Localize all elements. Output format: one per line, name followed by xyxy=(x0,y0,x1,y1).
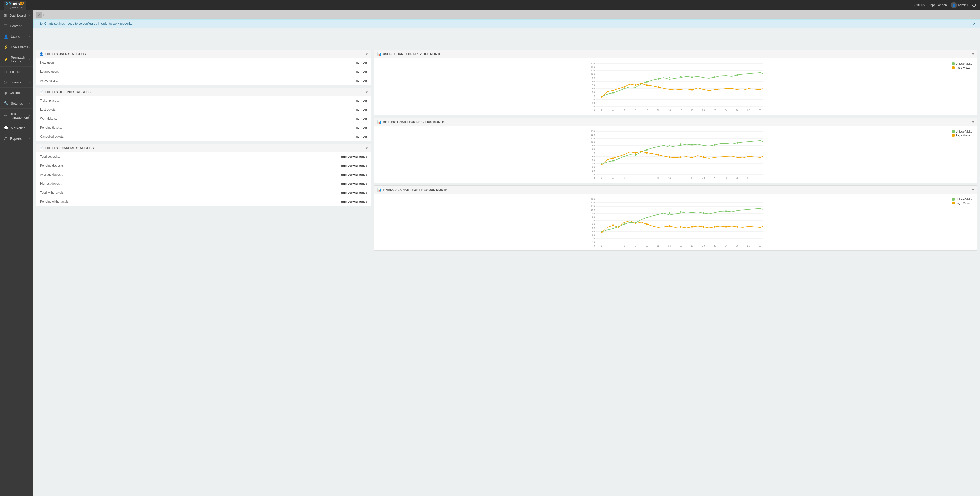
svg-text:50: 50 xyxy=(592,91,595,94)
settings-icon: 🔧 xyxy=(4,101,8,105)
legend-label-unique-visits: Unique Visits xyxy=(956,62,972,65)
financial-chart-title: FINANCIAL CHART FOR PREVIOUS MONTH xyxy=(383,188,447,192)
table-row: Pending deposits: number+currency xyxy=(36,161,371,170)
sidebar-item-risk-management[interactable]: ✏ Risk management › xyxy=(0,109,33,123)
svg-text:90: 90 xyxy=(592,76,595,79)
svg-point-128 xyxy=(759,140,761,141)
sidebar-item-reports[interactable]: 🏷 Reports › xyxy=(0,133,33,144)
svg-text:0: 0 xyxy=(593,245,595,247)
svg-text:0: 0 xyxy=(593,109,595,111)
svg-text:80: 80 xyxy=(592,216,595,218)
svg-point-47 xyxy=(657,78,659,79)
panel-collapse-icon[interactable]: ∨ xyxy=(366,91,368,94)
chart-collapse-icon[interactable]: ∨ xyxy=(972,188,974,192)
sidebar-item-tickets[interactable]: ◻ Tickets › xyxy=(0,67,33,77)
sidebar-label-content: Content xyxy=(10,24,22,28)
svg-point-64 xyxy=(680,89,682,90)
live-events-icon: ⚡ xyxy=(4,45,8,49)
svg-text:14: 14 xyxy=(668,109,671,111)
stat-value-logged-users: number xyxy=(356,70,367,73)
svg-text:26: 26 xyxy=(736,245,738,247)
financial-chart-header: 📊 FINANCIAL CHART FOR PREVIOUS MONTH ∨ xyxy=(374,186,977,194)
header-time: 08:31:05 Europe/London xyxy=(913,3,947,7)
home-button[interactable]: ⌂ xyxy=(36,12,42,18)
sidebar-label-marketing: Marketing xyxy=(11,126,25,130)
sidebar-item-prematch-events[interactable]: ⚡ Prematch Events › xyxy=(0,52,33,67)
svg-point-66 xyxy=(703,89,704,90)
svg-text:6: 6 xyxy=(624,177,625,179)
chart-collapse-icon[interactable]: ∨ xyxy=(972,52,974,56)
svg-point-59 xyxy=(624,86,625,87)
betting-chart-panel: 📊 BETTING CHART FOR PREVIOUS MONTH ∨ xyxy=(374,118,977,183)
avatar: 👤 xyxy=(951,2,957,8)
svg-point-121 xyxy=(680,143,682,145)
svg-point-70 xyxy=(748,88,749,89)
svg-point-115 xyxy=(612,160,614,162)
panel-collapse-icon[interactable]: ∨ xyxy=(366,52,368,56)
stat-value-won-tickets: number xyxy=(356,117,367,121)
marketing-icon: 💬 xyxy=(4,126,8,130)
svg-text:22: 22 xyxy=(713,245,716,247)
svg-point-134 xyxy=(657,154,659,156)
svg-point-120 xyxy=(669,145,670,146)
svg-text:120: 120 xyxy=(591,134,595,136)
legend-item-page-views: Page Views xyxy=(952,66,972,69)
sidebar-item-settings[interactable]: 🔧 Settings › xyxy=(0,98,33,109)
svg-point-45 xyxy=(635,87,636,88)
financial-chart-area: 130 120 110 100 90 80 70 60 50 40 30 20 … xyxy=(374,194,977,250)
sidebar-item-marketing[interactable]: 💬 Marketing › xyxy=(0,123,33,133)
sidebar-item-live-events[interactable]: ⚡ Live Events › xyxy=(0,42,33,52)
sidebar-item-finance[interactable]: ◎ Finance › xyxy=(0,77,33,87)
svg-point-43 xyxy=(612,92,614,94)
legend-label-unique-visits: Unique Visits xyxy=(956,130,972,133)
chart-collapse-icon[interactable]: ∨ xyxy=(972,120,974,124)
panel-collapse-icon[interactable]: ∨ xyxy=(366,146,368,150)
info-banner-close-button[interactable]: ✕ xyxy=(973,22,976,26)
top-header: XYbets88 Crypto Casino 08:31:05 Europe/L… xyxy=(0,0,980,10)
svg-point-130 xyxy=(612,157,614,159)
stat-label-new-users: New users: xyxy=(40,61,56,64)
betting-statistics-title: TODAY's BETTING STATISTICS xyxy=(45,91,91,94)
chevron-right-icon: › xyxy=(29,114,30,117)
svg-text:70: 70 xyxy=(592,84,595,86)
stat-value-pending-deposits: number+currency xyxy=(341,164,367,167)
sidebar-label-dashboard: Dashboard xyxy=(10,14,26,17)
sidebar-item-content[interactable]: ☰ Content › xyxy=(0,21,33,31)
svg-point-131 xyxy=(624,154,625,156)
svg-text:14: 14 xyxy=(668,177,671,179)
svg-point-190 xyxy=(646,217,648,218)
betting-chart-title: BETTING CHART FOR PREVIOUS MONTH xyxy=(383,120,444,124)
stat-value-new-users: number xyxy=(356,61,367,64)
table-row: Lost tickets: number xyxy=(36,105,371,114)
svg-text:2: 2 xyxy=(601,177,602,179)
svg-text:6: 6 xyxy=(624,245,625,247)
svg-point-138 xyxy=(703,156,704,158)
sidebar-label-prematch-events: Prematch Events xyxy=(11,56,29,63)
users-chart-title: USERS CHART FOR PREVIOUS MONTH xyxy=(383,52,441,56)
svg-text:20: 20 xyxy=(702,245,705,247)
chart-bar-icon: 📊 xyxy=(377,52,381,56)
breadcrumb: ⌂ › xyxy=(33,10,980,19)
svg-point-141 xyxy=(737,157,738,158)
svg-text:90: 90 xyxy=(592,145,595,147)
sidebar-item-dashboard[interactable]: ⊞ Dashboard › xyxy=(0,10,33,21)
stat-value-total-withdrawals: number+currency xyxy=(341,191,367,194)
svg-text:22: 22 xyxy=(713,109,716,111)
right-column: 📊 USERS CHART FOR PREVIOUS MONTH ∨ xyxy=(374,50,977,253)
legend-label-page-views: Page Views xyxy=(956,66,970,69)
svg-text:110: 110 xyxy=(591,137,595,140)
svg-text:30: 30 xyxy=(759,245,761,247)
logout-icon[interactable]: ⏻ xyxy=(972,3,976,8)
stat-value-highest-deposit: number+currency xyxy=(341,182,367,186)
sidebar-item-casino[interactable]: ◉ Casino › xyxy=(0,87,33,98)
betting-chart-svg: 130 120 110 100 90 80 70 60 50 40 30 20 … xyxy=(377,129,975,180)
svg-text:2: 2 xyxy=(601,109,602,111)
chevron-right-icon: › xyxy=(29,14,30,17)
sidebar-item-users[interactable]: 👤 Users › xyxy=(0,31,33,42)
stat-value-lost-tickets: number xyxy=(356,108,367,111)
legend-color-unique-visits xyxy=(952,130,955,133)
left-column: 👤 TODAY's USER STATISTICS ∨ New users: n… xyxy=(36,50,371,253)
stat-value-active-users: number xyxy=(356,79,367,83)
svg-text:40: 40 xyxy=(592,230,595,233)
svg-point-187 xyxy=(612,228,614,229)
